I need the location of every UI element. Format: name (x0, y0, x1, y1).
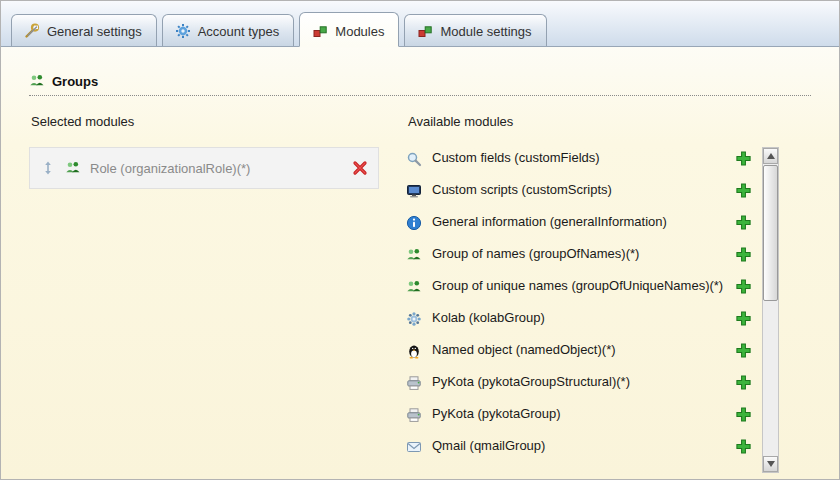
triangle-down-icon (767, 461, 775, 467)
available-module-label: General information (generalInformation) (432, 214, 725, 230)
modules-icon (312, 23, 328, 39)
groups-section-heading: Groups (29, 73, 811, 96)
monitor-icon (406, 183, 422, 199)
magnifier-icon (406, 151, 422, 167)
section-title: Groups (52, 74, 98, 89)
group-icon (406, 247, 422, 263)
add-module-button[interactable] (735, 438, 752, 455)
available-modules-column: Available modules Custom fields (customF… (406, 114, 779, 473)
tab-account-types[interactable]: Account types (162, 14, 295, 46)
available-module-label: Group of names (groupOfNames)(*) (432, 246, 725, 262)
app-window: General settings Account types Modules M… (0, 0, 840, 480)
wrench-icon (24, 23, 40, 39)
add-module-button[interactable] (735, 182, 752, 199)
available-module-row: PyKota (pykotaGroup) (406, 403, 762, 426)
delete-module-button[interactable] (352, 160, 368, 176)
tab-label: Modules (335, 24, 384, 39)
tab-label: Account types (198, 24, 280, 39)
printer-icon (406, 375, 422, 391)
add-module-button[interactable] (735, 406, 752, 423)
group-icon (65, 160, 81, 176)
add-module-button[interactable] (735, 214, 752, 231)
available-module-row: Qmail (qmailGroup) (406, 435, 762, 458)
tab-bar: General settings Account types Modules M… (1, 1, 839, 47)
scrollbar[interactable] (762, 147, 779, 473)
add-module-button[interactable] (735, 278, 752, 295)
available-module-row: Group of unique names (groupOfUniqueName… (406, 275, 762, 298)
add-module-button[interactable] (735, 150, 752, 167)
available-module-label: Kolab (kolabGroup) (432, 310, 725, 326)
available-module-label: Named object (namedObject)(*) (432, 342, 725, 358)
available-module-row: PyKota (pykotaGroupStructural)(*) (406, 371, 762, 394)
module-settings-icon (417, 23, 433, 39)
group-icon (406, 279, 422, 295)
selected-modules-heading: Selected modules (31, 114, 379, 129)
tab-module-settings[interactable]: Module settings (404, 14, 546, 46)
selected-modules-column: Selected modules Role (organizationalRol… (29, 114, 379, 189)
group-icon (29, 73, 45, 89)
tux-icon (406, 343, 422, 359)
available-modules-heading: Available modules (408, 114, 779, 129)
available-module-row: Kolab (kolabGroup) (406, 307, 762, 330)
available-module-label: Group of unique names (groupOfUniqueName… (432, 278, 725, 294)
info-icon (406, 215, 422, 231)
available-module-row: Group of names (groupOfNames)(*) (406, 243, 762, 266)
kolab-icon (406, 311, 422, 327)
add-module-button[interactable] (735, 374, 752, 391)
available-module-row: Custom fields (customFields) (406, 147, 762, 170)
printer-icon (406, 407, 422, 423)
mail-icon (406, 439, 422, 455)
available-module-label: Qmail (qmailGroup) (432, 438, 725, 454)
available-module-row: Custom scripts (customScripts) (406, 179, 762, 202)
gears-icon (175, 23, 191, 39)
available-module-label: PyKota (pykotaGroupStructural)(*) (432, 374, 725, 390)
available-module-label: Custom fields (customFields) (432, 150, 725, 166)
selected-module-label: Role (organizationalRole)(*) (90, 161, 343, 176)
available-module-row: General information (generalInformation) (406, 211, 762, 234)
modules-columns: Selected modules Role (organizationalRol… (1, 114, 839, 473)
available-module-label: PyKota (pykotaGroup) (432, 406, 725, 422)
tab-label: Module settings (440, 24, 531, 39)
available-modules-list: Custom fields (customFields) Custom scri… (406, 147, 762, 473)
scroll-down-button[interactable] (763, 456, 778, 472)
tab-label: General settings (47, 24, 142, 39)
scrollbar-track[interactable] (763, 164, 778, 456)
drag-handle-icon[interactable] (40, 160, 56, 176)
triangle-up-icon (767, 153, 775, 159)
tab-general-settings[interactable]: General settings (11, 14, 157, 46)
add-module-button[interactable] (735, 310, 752, 327)
available-module-row: Named object (namedObject)(*) (406, 339, 762, 362)
add-module-button[interactable] (735, 342, 752, 359)
tab-modules[interactable]: Modules (299, 12, 399, 47)
available-module-label: Custom scripts (customScripts) (432, 182, 725, 198)
add-module-button[interactable] (735, 246, 752, 263)
scrollbar-thumb[interactable] (763, 165, 778, 301)
scroll-up-button[interactable] (763, 148, 778, 164)
selected-module-row: Role (organizationalRole)(*) (29, 147, 379, 189)
